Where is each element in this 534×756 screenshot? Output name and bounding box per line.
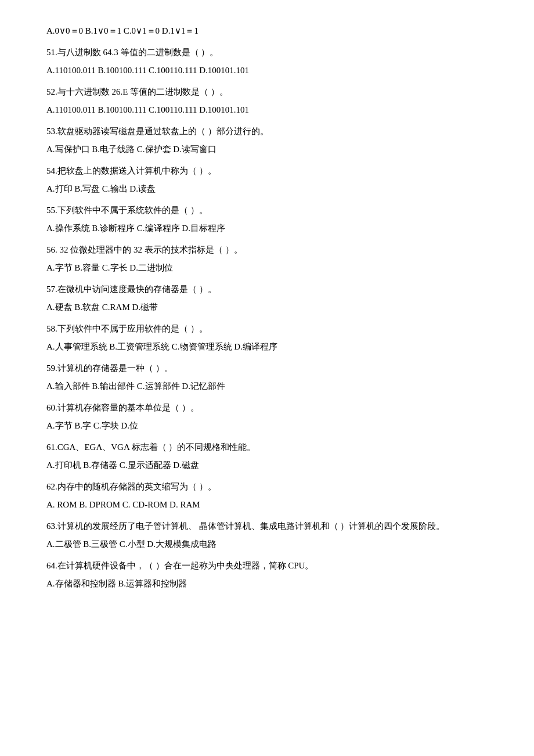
question-block-q63: 63.计算机的发展经历了电子管计算机、 晶体管计算机、集成电路计算机和（ ）计算… (46, 519, 488, 552)
question-block-q54: 54.把软盘上的数据送入计算机中称为（ ）。A.打印 B.写盘 C.输出 D.读… (46, 163, 488, 197)
question-text-q57: 57.在微机中访问速度最快的存储器是（ ）。 (46, 282, 488, 297)
options-line-q60: A.字节 B.字 C.字块 D.位 (46, 418, 488, 434)
options-line-q64: A.存储器和控制器 B.运算器和控制器 (46, 576, 488, 592)
options-line-q51: A.110100.011 B.100100.111 C.100110.111 D… (46, 63, 488, 78)
question-text-q52: 52.与十六进制数 26.E 等值的二进制数是（ ）。 (46, 84, 488, 100)
question-block-q55: 55.下列软件中不属于系统软件的是（ ）。A.操作系统 B.诊断程序 C.编译程… (46, 203, 488, 236)
options-line-q55: A.操作系统 B.诊断程序 C.编译程序 D.目标程序 (46, 221, 488, 236)
question-text-q56: 56. 32 位微处理器中的 32 表示的技术指标是（ ）。 (46, 242, 488, 258)
options-line-q52: A.110100.011 B.100100.111 C.100110.111 D… (46, 102, 488, 118)
question-text-q59: 59.计算机的存储器是一种（ ）。 (46, 361, 488, 376)
question-block-q51: 51.与八进制数 64.3 等值的二进制数是（ ）。A.110100.011 B… (46, 45, 488, 78)
options-line-q62: A. ROM B. DPROM C. CD-ROM D. RAM (46, 497, 488, 513)
question-text-q54: 54.把软盘上的数据送入计算机中称为（ ）。 (46, 163, 488, 179)
question-text-q62: 62.内存中的随机存储器的英文缩写为（ ）。 (46, 479, 488, 495)
options-line-q54: A.打印 B.写盘 C.输出 D.读盘 (46, 181, 488, 197)
question-block-q58: 58.下列软件中不属于应用软件的是（ ）。A.人事管理系统 B.工资管理系统 C… (46, 321, 488, 355)
question-block-q59: 59.计算机的存储器是一种（ ）。A.输入部件 B.输出部件 C.运算部件 D.… (46, 361, 488, 394)
options-line-q59: A.输入部件 B.输出部件 C.运算部件 D.记忆部件 (46, 379, 488, 394)
options-line-q53: A.写保护口 B.电子线路 C.保护套 D.读写窗口 (46, 142, 488, 157)
options-line-q56: A.字节 B.容量 C.字长 D.二进制位 (46, 260, 488, 276)
question-block-q62: 62.内存中的随机存储器的英文缩写为（ ）。A. ROM B. DPROM C.… (46, 479, 488, 513)
question-block-q53: 53.软盘驱动器读写磁盘是通过软盘上的（ ）部分进行的。A.写保护口 B.电子线… (46, 124, 488, 157)
question-text-q63: 63.计算机的发展经历了电子管计算机、 晶体管计算机、集成电路计算机和（ ）计算… (46, 519, 488, 534)
question-block-q56: 56. 32 位微处理器中的 32 表示的技术指标是（ ）。A.字节 B.容量 … (46, 242, 488, 276)
question-text-q_intro: A.0∨0＝0 B.1∨0＝1 C.0∨1＝0 D.1∨1＝1 (46, 23, 488, 39)
question-block-q64: 64.在计算机硬件设备中，（ ）合在一起称为中央处理器，简称 CPU。A.存储器… (46, 558, 488, 592)
question-block-q60: 60.计算机存储容量的基本单位是（ ）。A.字节 B.字 C.字块 D.位 (46, 400, 488, 434)
options-line-q58: A.人事管理系统 B.工资管理系统 C.物资管理系统 D.编译程序 (46, 339, 488, 355)
question-text-q55: 55.下列软件中不属于系统软件的是（ ）。 (46, 203, 488, 218)
question-text-q53: 53.软盘驱动器读写磁盘是通过软盘上的（ ）部分进行的。 (46, 124, 488, 139)
question-text-q58: 58.下列软件中不属于应用软件的是（ ）。 (46, 321, 488, 337)
options-line-q57: A.硬盘 B.软盘 C.RAM D.磁带 (46, 300, 488, 315)
options-line-q61: A.打印机 B.存储器 C.显示适配器 D.磁盘 (46, 458, 488, 473)
question-text-q61: 61.CGA、EGA、VGA 标志着（ ）的不同规格和性能。 (46, 440, 488, 455)
question-text-q51: 51.与八进制数 64.3 等值的二进制数是（ ）。 (46, 45, 488, 60)
options-line-q63: A.二极管 B.三极管 C.小型 D.大规模集成电路 (46, 537, 488, 552)
question-block-q_intro: A.0∨0＝0 B.1∨0＝1 C.0∨1＝0 D.1∨1＝1 (46, 23, 488, 39)
question-text-q64: 64.在计算机硬件设备中，（ ）合在一起称为中央处理器，简称 CPU。 (46, 558, 488, 574)
content-area: A.0∨0＝0 B.1∨0＝1 C.0∨1＝0 D.1∨1＝151.与八进制数 … (46, 23, 488, 592)
question-block-q52: 52.与十六进制数 26.E 等值的二进制数是（ ）。A.110100.011 … (46, 84, 488, 118)
question-block-q57: 57.在微机中访问速度最快的存储器是（ ）。A.硬盘 B.软盘 C.RAM D.… (46, 282, 488, 315)
question-text-q60: 60.计算机存储容量的基本单位是（ ）。 (46, 400, 488, 416)
question-block-q61: 61.CGA、EGA、VGA 标志着（ ）的不同规格和性能。A.打印机 B.存储… (46, 440, 488, 473)
